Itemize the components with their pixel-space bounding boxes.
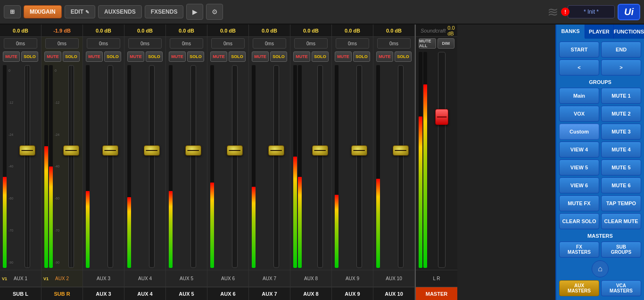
aux-sends-button[interactable]: AUXSENDS xyxy=(98,5,142,18)
channel-strip-8: 0.0 dB 0ms MUTE SOLO xyxy=(290,25,332,300)
group-main-button[interactable]: Main xyxy=(559,88,599,104)
group-mute3-button[interactable]: MUTE 3 xyxy=(601,124,641,140)
group-view4-button[interactable]: VIEW 4 xyxy=(559,142,599,158)
end-button[interactable]: END xyxy=(601,42,641,58)
channel-5-delay[interactable]: 0ms xyxy=(170,38,203,49)
tab-banks[interactable]: BANKS xyxy=(556,25,585,39)
channel-10-fader-track[interactable] xyxy=(382,65,412,268)
channel-7-delay[interactable]: 0ms xyxy=(253,38,286,49)
channel-2-fader[interactable] xyxy=(62,65,80,268)
clear-mute-button[interactable]: CLEAR MUTE xyxy=(601,213,641,229)
channel-2-fader-knob[interactable] xyxy=(63,145,79,156)
mute-all-button[interactable]: MUTE ALL xyxy=(419,38,436,49)
channel-2-delay[interactable]: 0ms xyxy=(45,38,79,49)
channel-10-delay[interactable]: 0ms xyxy=(377,38,411,49)
channel-3-name: AUX 3 xyxy=(83,287,124,300)
home-button[interactable]: ⌂ xyxy=(592,260,609,277)
channel-10-mute-button[interactable]: MUTE xyxy=(376,51,393,62)
channel-strip-9: 0.0 dB 0ms MUTE SOLO xyxy=(332,25,373,300)
group-mute2-button[interactable]: MUTE 2 xyxy=(601,106,641,122)
channel-1-mute-button[interactable]: MUTE xyxy=(3,51,20,62)
channel-3-fader-knob[interactable] xyxy=(102,145,118,156)
channel-4-fader-knob[interactable] xyxy=(144,145,160,156)
group-mute5-button[interactable]: MUTE 5 xyxy=(601,159,641,175)
channel-8-solo-button[interactable]: SOLO xyxy=(312,51,329,62)
channel-8-mute-button[interactable]: MUTE xyxy=(293,51,310,62)
tap-tempo-button[interactable]: TAP TEMPO xyxy=(601,195,641,211)
channel-6-fader-track[interactable] xyxy=(216,65,246,268)
prev-button[interactable]: < xyxy=(559,59,599,75)
channel-9-solo-button[interactable]: SOLO xyxy=(353,51,370,62)
channel-4-fader-track[interactable] xyxy=(133,65,163,268)
vca-masters-button[interactable]: VCAMASTERS xyxy=(601,280,641,296)
channel-7-label-area: AUX 7 xyxy=(249,270,290,287)
channel-5-mute-button[interactable]: MUTE xyxy=(169,51,186,62)
channel-7-fader-knob[interactable] xyxy=(268,145,284,156)
clear-solo-button[interactable]: CLEAR SOLO xyxy=(559,213,599,229)
channel-9-delay[interactable]: 0ms xyxy=(336,38,369,49)
channel-9-fader-knob[interactable] xyxy=(351,145,367,156)
fx-sends-button[interactable]: FXSENDS xyxy=(145,5,184,18)
tab-functions[interactable]: FUNCTIONS xyxy=(614,25,644,39)
channel-2-mute-button[interactable]: MUTE xyxy=(44,51,61,62)
channel-9-mute-button[interactable]: MUTE xyxy=(335,51,352,62)
channel-6-solo-button[interactable]: SOLO xyxy=(229,51,246,62)
channel-6-mute-button[interactable]: MUTE xyxy=(210,51,227,62)
channel-5-fader-knob[interactable] xyxy=(185,145,201,156)
channel-3-solo-button[interactable]: SOLO xyxy=(104,51,121,62)
group-view5-button[interactable]: VIEW 5 xyxy=(559,159,599,175)
channel-1-fader[interactable] xyxy=(16,65,38,268)
channel-3-delay[interactable]: 0ms xyxy=(87,38,120,49)
edit-button[interactable]: EDIT ✎ xyxy=(65,5,95,18)
channel-8-fader-area xyxy=(290,63,331,270)
mix-gain-button[interactable]: MIX/GAIN xyxy=(24,5,62,18)
channel-4-delay[interactable]: 0ms xyxy=(128,38,162,49)
aux-masters-button[interactable]: AUXMASTERS xyxy=(559,280,599,296)
channel-10-fader-knob[interactable] xyxy=(393,145,409,156)
fx-masters-button[interactable]: FXMASTERS xyxy=(559,242,599,258)
group-vox-button[interactable]: VOX xyxy=(559,106,599,122)
group-view6-button[interactable]: VIEW 6 xyxy=(559,177,599,193)
channel-4-mute-button[interactable]: MUTE xyxy=(127,51,144,62)
home-icon: ⌂ xyxy=(598,265,603,273)
init-label[interactable]: * Init * xyxy=(568,5,615,18)
channel-1-fader-knob[interactable] xyxy=(19,145,35,156)
sub-groups-button[interactable]: SUBGROUPS xyxy=(601,242,641,258)
group-mute6-button[interactable]: MUTE 6 xyxy=(601,177,641,193)
play-button[interactable]: ▶ xyxy=(186,4,203,20)
channel-5-solo-button[interactable]: SOLO xyxy=(187,51,204,62)
master-fader-knob[interactable] xyxy=(435,109,448,125)
channel-6-fader-knob[interactable] xyxy=(227,145,243,156)
grid-view-button[interactable]: ⊞ xyxy=(4,5,21,18)
channel-7-solo-button[interactable]: SOLO xyxy=(270,51,287,62)
settings-button[interactable]: ⚙ xyxy=(206,4,223,20)
tab-player[interactable]: PLAYER xyxy=(585,25,614,39)
channel-4-solo-button[interactable]: SOLO xyxy=(146,51,163,62)
channel-8-delay[interactable]: 0ms xyxy=(294,38,328,49)
channel-8-fader-track[interactable] xyxy=(304,65,329,268)
master-fader[interactable] xyxy=(429,52,454,268)
channel-7-mute-button[interactable]: MUTE xyxy=(252,51,269,62)
dim-button[interactable]: DIM xyxy=(438,38,455,49)
channel-1-mute-solo: MUTE SOLO xyxy=(0,50,41,63)
channel-3-fader-track[interactable] xyxy=(91,65,121,268)
channel-6-delay[interactable]: 0ms xyxy=(211,38,245,49)
channel-7-fader-track[interactable] xyxy=(257,65,287,268)
channel-1-delay[interactable]: 0ms xyxy=(4,38,37,49)
channel-9-fader-track[interactable] xyxy=(340,65,370,268)
mute-fx-button[interactable]: MUTE FX xyxy=(559,195,599,211)
group-mute1-button[interactable]: MUTE 1 xyxy=(601,88,641,104)
group-mute4-button[interactable]: MUTE 4 xyxy=(601,142,641,158)
channel-2-solo-button[interactable]: SOLO xyxy=(63,51,80,62)
start-button[interactable]: START xyxy=(559,42,599,58)
group-custom-button[interactable]: Custom xyxy=(559,124,599,140)
next-button[interactable]: > xyxy=(601,59,641,75)
master-name: MASTER xyxy=(416,287,457,300)
channel-8-fader-knob[interactable] xyxy=(312,145,328,156)
channel-5-meter xyxy=(169,65,173,268)
channel-3-mute-solo: MUTE SOLO xyxy=(83,50,124,63)
channel-1-solo-button[interactable]: SOLO xyxy=(21,51,38,62)
channel-5-fader-track[interactable] xyxy=(174,65,204,268)
channel-10-solo-button[interactable]: SOLO xyxy=(395,51,412,62)
channel-3-mute-button[interactable]: MUTE xyxy=(86,51,103,62)
